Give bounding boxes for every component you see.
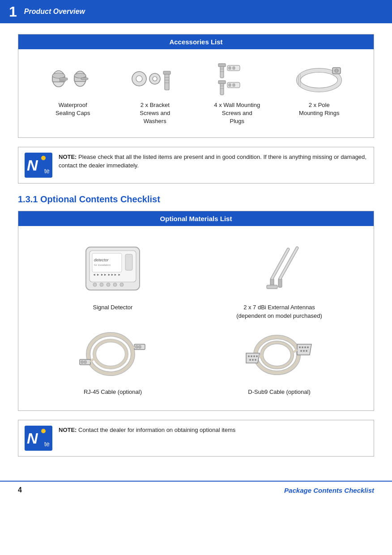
- note-text-2: NOTE: Contact the dealer for information…: [59, 426, 235, 435]
- accessory-item-wall-screws: 4 x Wall MountingScrews andPlugs: [201, 61, 273, 126]
- chapter-number: 1: [9, 4, 17, 20]
- svg-rect-31: [233, 84, 235, 86]
- page-footer: 4 Package Contents Checklist: [0, 481, 392, 499]
- svg-rect-30: [229, 84, 231, 86]
- note-icon-bg-2: N te: [25, 426, 52, 451]
- svg-rect-71: [136, 346, 138, 348]
- svg-rect-72: [139, 346, 141, 348]
- antennas-image: [239, 240, 320, 299]
- svg-rect-8: [81, 78, 88, 80]
- svg-point-92: [300, 350, 302, 352]
- svg-marker-87: [297, 344, 311, 355]
- svg-rect-45: [92, 253, 122, 272]
- svg-rect-14: [163, 71, 170, 74]
- rj45-image: [77, 325, 149, 383]
- svg-point-84: [252, 359, 254, 361]
- accessories-grid: WaterproofSealing Caps: [23, 56, 369, 130]
- svg-rect-3: [60, 78, 68, 80]
- svg-point-53: [120, 283, 124, 286]
- pole-rings-image: [292, 61, 346, 97]
- optional-grid: detector for installation ◄ ► ►► ►►: [23, 233, 369, 404]
- svg-point-12: [153, 77, 157, 81]
- svg-text:N: N: [27, 430, 38, 447]
- accessories-table-body: WaterproofSealing Caps: [18, 49, 374, 137]
- svg-point-77: [262, 342, 292, 367]
- note-label-1: NOTE:: [59, 154, 77, 160]
- svg-point-79: [248, 355, 250, 357]
- svg-point-82: [256, 355, 258, 357]
- pole-rings-label: 2 x PoleMounting Rings: [299, 101, 339, 117]
- antennas-label: 2 x 7 dBi External Antennas(dependent on…: [236, 303, 322, 320]
- svg-point-85: [255, 359, 256, 361]
- svg-point-94: [306, 350, 307, 352]
- svg-point-51: [107, 283, 110, 286]
- accessories-table-header: Accessories List: [18, 34, 374, 49]
- accessory-item-waterproof: WaterproofSealing Caps: [37, 61, 109, 117]
- dsub9-label: D-Sub9 Cable (optional): [248, 388, 310, 397]
- waterproof-caps-label: WaterproofSealing Caps: [55, 101, 90, 117]
- page-number: 4: [18, 486, 22, 494]
- optional-item-dsub9: D-Sub9 Cable (optional): [198, 325, 360, 397]
- bracket-screws-label: 2 x BracketScrews andWashers: [140, 101, 170, 126]
- svg-point-81: [253, 355, 255, 357]
- optional-materials-table: Optional Materials List detector: [18, 211, 374, 411]
- svg-line-61: [280, 248, 297, 278]
- svg-rect-48: [125, 254, 132, 270]
- svg-point-80: [251, 355, 252, 357]
- note-icon-2: N te: [25, 426, 52, 451]
- wall-screws-label: 4 x Wall MountingScrews andPlugs: [214, 101, 260, 126]
- svg-rect-26: [218, 81, 226, 84]
- optional-materials-body: detector for installation ◄ ► ►► ►►: [18, 226, 374, 411]
- accessory-item-bracket-screws: 2 x BracketScrews andWashers: [119, 61, 191, 126]
- signal-detector-label: Signal Detector: [93, 303, 133, 312]
- svg-text:for installation: for installation: [94, 264, 111, 266]
- svg-point-49: [93, 283, 97, 286]
- svg-point-65: [94, 341, 127, 367]
- svg-text:te: te: [44, 440, 50, 448]
- signal-detector-image: detector for installation ◄ ► ►► ►►: [77, 240, 149, 299]
- svg-text:N: N: [27, 157, 38, 174]
- svg-rect-19: [218, 64, 226, 67]
- waterproof-caps-image: [46, 61, 100, 97]
- svg-text:detector: detector: [94, 258, 109, 262]
- svg-rect-56: [267, 285, 277, 289]
- svg-point-89: [302, 346, 303, 348]
- svg-point-90: [304, 346, 306, 348]
- svg-line-69: [90, 358, 95, 362]
- svg-point-93: [303, 350, 305, 352]
- svg-text:te: te: [44, 167, 50, 175]
- bracket-screws-image: [128, 61, 182, 97]
- svg-point-83: [249, 359, 251, 361]
- note-body-2: Contact the dealer for information on ob…: [78, 427, 235, 433]
- optional-item-signal-detector: detector for installation ◄ ► ►► ►►: [32, 240, 194, 320]
- svg-rect-23: [229, 67, 231, 69]
- svg-point-2: [52, 73, 65, 78]
- note-label-2: NOTE:: [59, 427, 77, 433]
- wall-screws-image: [210, 61, 264, 97]
- svg-text:◄  ►  ►► ►►►  ►: ◄ ► ►► ►►► ►: [93, 273, 121, 276]
- note-box-1: N te NOTE: Please check that all the lis…: [18, 147, 374, 184]
- optional-materials-header: Optional Materials List: [18, 211, 374, 226]
- chapter-title: Product Overview: [24, 8, 85, 16]
- note-text-1: NOTE: Please check that all the listed i…: [59, 153, 367, 170]
- accessory-item-pole-rings: 2 x PoleMounting Rings: [283, 61, 355, 117]
- note-icon-bg-1: N te: [25, 153, 52, 178]
- footer-title: Package Contents Checklist: [284, 487, 374, 494]
- svg-point-98: [41, 429, 46, 433]
- svg-rect-67: [81, 361, 83, 363]
- svg-rect-24: [233, 67, 235, 69]
- optional-item-rj45: RJ-45 Cable (optional): [32, 325, 194, 397]
- svg-point-7: [74, 73, 86, 78]
- svg-point-41: [41, 156, 46, 160]
- svg-point-91: [307, 346, 309, 348]
- optional-item-antennas: 2 x 7 dBi External Antennas(dependent on…: [198, 240, 360, 320]
- svg-point-50: [100, 283, 103, 286]
- svg-point-52: [113, 283, 117, 286]
- dsub9-image: [243, 325, 315, 383]
- svg-marker-78: [246, 353, 260, 363]
- page-header: 1 Product Overview: [0, 0, 392, 23]
- svg-rect-68: [84, 361, 86, 363]
- note-icon-1: N te: [25, 153, 52, 178]
- accessories-table: Accessories List: [18, 34, 374, 138]
- svg-point-10: [136, 76, 142, 82]
